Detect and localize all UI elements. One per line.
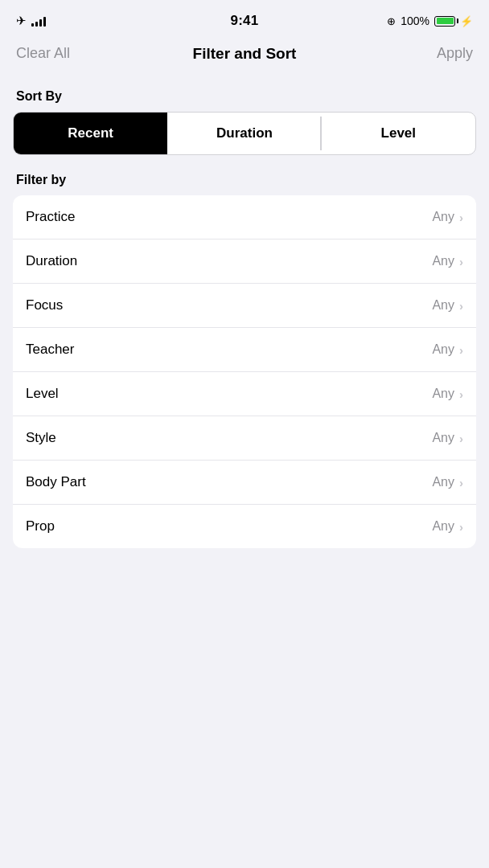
filter-row-duration[interactable]: Duration Any › — [13, 240, 476, 284]
apply-button[interactable]: Apply — [409, 42, 473, 65]
sort-option-level[interactable]: Level — [322, 113, 475, 154]
filter-label-level: Level — [26, 386, 59, 402]
filter-row-body-part[interactable]: Body Part Any › — [13, 461, 476, 505]
filter-value-body-part: Any — [432, 475, 454, 489]
sort-by-label: Sort By — [0, 75, 489, 112]
chevron-icon-style: › — [459, 432, 463, 445]
signal-bars — [31, 15, 46, 27]
filter-row-style[interactable]: Style Any › — [13, 416, 476, 461]
nav-bar: Clear All Filter and Sort Apply — [0, 35, 489, 75]
filter-row-prop[interactable]: Prop Any › — [13, 505, 476, 548]
signal-bar-3 — [39, 19, 42, 27]
chevron-icon-body-part: › — [459, 476, 463, 489]
clear-all-button[interactable]: Clear All — [16, 42, 80, 65]
chevron-icon-focus: › — [459, 299, 463, 313]
chevron-icon-practice: › — [459, 211, 463, 224]
status-right: ⊕ 100% ⚡ — [387, 14, 473, 27]
chevron-icon-duration: › — [459, 255, 463, 268]
battery-percent: 100% — [401, 14, 429, 27]
filter-label-style: Style — [26, 430, 56, 446]
filter-value-style: Any — [432, 431, 454, 445]
filter-label-duration: Duration — [26, 253, 77, 269]
filter-right-teacher: Any › — [432, 342, 463, 357]
filter-value-focus: Any — [432, 298, 454, 313]
page-title: Filter and Sort — [193, 45, 297, 63]
filter-label-body-part: Body Part — [26, 474, 86, 490]
filter-label-teacher: Teacher — [26, 342, 74, 358]
filter-right-duration: Any › — [432, 254, 463, 268]
filter-value-prop: Any — [432, 519, 454, 534]
battery-fill — [437, 18, 454, 24]
filter-right-level: Any › — [432, 387, 463, 401]
airplane-icon: ✈ — [16, 14, 27, 28]
rotation-lock-icon: ⊕ — [387, 15, 396, 27]
filter-value-practice: Any — [432, 210, 454, 224]
filter-label-focus: Focus — [26, 297, 63, 313]
filter-right-body-part: Any › — [432, 475, 463, 489]
filter-row-focus[interactable]: Focus Any › — [13, 284, 476, 328]
filter-by-label: Filter by — [0, 155, 489, 195]
sort-segment: Recent Duration Level — [13, 112, 476, 155]
filter-value-teacher: Any — [432, 342, 454, 357]
filter-label-prop: Prop — [26, 518, 55, 534]
filter-label-practice: Practice — [26, 209, 75, 225]
signal-bar-4 — [43, 17, 46, 27]
filter-row-level[interactable]: Level Any › — [13, 372, 476, 416]
chevron-icon-teacher: › — [459, 343, 463, 357]
filter-right-focus: Any › — [432, 298, 463, 313]
filter-row-teacher[interactable]: Teacher Any › — [13, 328, 476, 372]
battery-icon — [434, 16, 455, 27]
filter-row-practice[interactable]: Practice Any › — [13, 195, 476, 240]
status-bar: ✈ 9:41 ⊕ 100% ⚡ — [0, 0, 489, 35]
filter-list: Practice Any › Duration Any › Focus Any … — [13, 195, 476, 548]
chevron-icon-level: › — [459, 387, 463, 401]
filter-right-prop: Any › — [432, 519, 463, 534]
signal-bar-2 — [35, 22, 38, 27]
sort-option-recent[interactable]: Recent — [14, 113, 167, 154]
status-left: ✈ — [16, 14, 46, 28]
chevron-icon-prop: › — [459, 520, 463, 534]
status-time: 9:41 — [230, 13, 258, 29]
sort-option-duration[interactable]: Duration — [167, 113, 321, 154]
battery-container — [434, 16, 455, 27]
filter-value-level: Any — [432, 387, 454, 401]
filter-value-duration: Any — [432, 254, 454, 268]
filter-right-practice: Any › — [432, 210, 463, 224]
signal-bar-1 — [31, 23, 34, 27]
charging-icon: ⚡ — [460, 15, 473, 27]
filter-right-style: Any › — [432, 431, 463, 445]
